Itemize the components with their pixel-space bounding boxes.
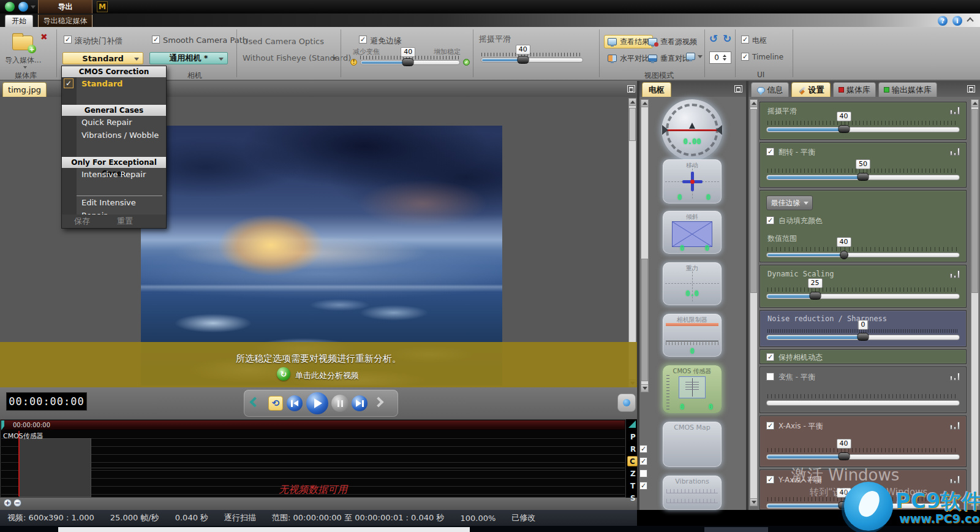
pan-smooth-slider[interactable]: 40: [766, 127, 960, 132]
taskbar-search-box[interactable]: [58, 527, 470, 532]
camera-type-dropdown[interactable]: 通用相机 *: [149, 52, 228, 64]
tab-info[interactable]: 信息: [751, 82, 789, 97]
scroll-down-icon[interactable]: [750, 498, 758, 506]
tilt-widget[interactable]: 倾斜 0 0: [663, 211, 722, 254]
best-border-dropdown[interactable]: 最佳边缘: [766, 196, 813, 210]
info-icon[interactable]: i: [952, 16, 962, 26]
timeline-tracks[interactable]: CMOS传感器 无视频数据可用: [1, 431, 625, 496]
menu-item-quick-repair[interactable]: Quick Repair: [62, 116, 166, 129]
track-letter-s[interactable]: S: [630, 494, 636, 503]
analyze-link[interactable]: 单击此处分析视频: [295, 370, 359, 381]
x-axis-slider[interactable]: 40: [766, 454, 960, 460]
vertical-compare-button[interactable]: 垂直对比: [648, 51, 690, 65]
armature-checkbox[interactable]: [741, 36, 749, 44]
track-letter-z[interactable]: Z: [630, 469, 636, 478]
timeline-ruler[interactable]: 00:00:00:00: [4, 420, 625, 430]
vibrations-widget[interactable]: Vibrations: [663, 476, 722, 510]
chart-icon[interactable]: [950, 106, 960, 115]
menu-item-edit-intensive[interactable]: Edit Intensive Repair...: [62, 196, 166, 209]
tab-home[interactable]: 开始: [5, 15, 33, 27]
border-slider-handle[interactable]: [402, 58, 414, 66]
keep-motion-checkbox[interactable]: [766, 353, 774, 361]
timeline[interactable]: 00:00:00:00 CMOS传感器 无视频数据可用: [0, 419, 626, 498]
import-media-icon[interactable]: +: [12, 36, 33, 50]
scroll-up-icon[interactable]: [750, 99, 758, 107]
spinner-arrows[interactable]: [723, 55, 726, 61]
rotation-gauge-widget[interactable]: 0.00: [662, 99, 723, 161]
cmos-sensor-widget[interactable]: CMOS 传感器 0 0: [663, 365, 722, 413]
viewer-scrollbar-thumb[interactable]: [629, 108, 636, 141]
analyze-icon[interactable]: ↻: [277, 367, 290, 381]
zoom-in-icon[interactable]: +: [4, 499, 12, 507]
flip-balance-slider[interactable]: 50: [766, 175, 960, 180]
import-media-label[interactable]: 导入媒体...: [5, 55, 41, 66]
menu-reset-button[interactable]: 重置: [117, 216, 133, 227]
slider-handle[interactable]: [858, 333, 869, 341]
track-z-checkbox[interactable]: [639, 469, 647, 477]
chevron-down-icon[interactable]: [332, 57, 337, 60]
camera-limiter-widget[interactable]: 相机限制器 0: [663, 314, 722, 357]
gravity-widget[interactable]: 重力 0.0: [663, 262, 722, 305]
spin-up-icon[interactable]: [723, 55, 726, 57]
import-media-chevron-icon[interactable]: [23, 66, 27, 69]
file-tab[interactable]: timg.jpg: [2, 82, 47, 97]
smooth-path-checkbox[interactable]: [152, 36, 160, 44]
taskbar-item[interactable]: [704, 527, 768, 532]
tab-settings[interactable]: 设置: [791, 82, 831, 97]
track-letter-r[interactable]: R: [630, 445, 636, 454]
zoom-balance-slider[interactable]: [766, 400, 960, 406]
rolling-shutter-dropdown[interactable]: Standard: [62, 52, 143, 64]
x-axis-checkbox[interactable]: [766, 422, 774, 430]
menu-item-intensive-repair[interactable]: Intensive Repair: [62, 168, 166, 181]
move-widget[interactable]: 移动 0 0: [663, 159, 722, 203]
track-letter-t[interactable]: T: [630, 482, 635, 490]
tab-output-library[interactable]: 输出媒体库: [878, 82, 937, 97]
slider-handle[interactable]: [809, 292, 821, 300]
zoom-out-icon[interactable]: −: [13, 499, 21, 507]
app-icon-blue[interactable]: [18, 2, 28, 12]
value-range-slider[interactable]: 40: [766, 253, 960, 257]
track-letter-c-selected[interactable]: C: [627, 456, 638, 466]
auto-fill-checkbox[interactable]: [766, 216, 774, 224]
menu-item-vibrations[interactable]: Vibrations / Wobble: [62, 129, 166, 142]
chart-icon[interactable]: [950, 270, 960, 278]
slider-handle[interactable]: [838, 125, 850, 133]
rolling-shutter-checkbox[interactable]: [64, 36, 72, 44]
menu-item-standard[interactable]: ✓ Standard: [62, 77, 166, 90]
undo-icon[interactable]: ↺: [709, 34, 718, 44]
slider-handle[interactable]: [838, 452, 850, 460]
y-axis-checkbox[interactable]: [766, 476, 774, 484]
scroll-down-icon[interactable]: [641, 384, 649, 392]
armature-tab[interactable]: 电枢: [642, 82, 671, 97]
timeline-checkbox[interactable]: [741, 53, 749, 61]
remove-media-icon[interactable]: ✖: [40, 32, 48, 42]
help-icon[interactable]: ?: [938, 16, 948, 26]
chart-icon[interactable]: [950, 421, 960, 430]
border-slider[interactable]: 40: [360, 60, 460, 65]
maximize-icon[interactable]: [967, 85, 975, 93]
redo-icon[interactable]: ↻: [723, 34, 731, 44]
chart-icon[interactable]: [950, 372, 960, 381]
track-c-checkbox[interactable]: [639, 457, 647, 465]
quick-access-chevron-icon[interactable]: [31, 6, 36, 9]
track-letter-p[interactable]: P: [630, 433, 636, 441]
tab-media-library[interactable]: 媒体库: [833, 82, 876, 97]
pan-slider-handle[interactable]: [517, 56, 529, 64]
settings-left-thumb[interactable]: [750, 109, 757, 293]
noise-slider[interactable]: 0: [766, 335, 960, 340]
menu-save-button[interactable]: 保存: [74, 216, 90, 227]
pan-slider[interactable]: 40: [481, 58, 583, 63]
spin-down-icon[interactable]: [723, 58, 726, 61]
tab-export-media[interactable]: 导出稳定媒体: [38, 15, 92, 27]
record-button[interactable]: [617, 393, 636, 412]
maximize-icon[interactable]: [627, 85, 635, 93]
chart-icon[interactable]: [950, 475, 960, 484]
frame-spinner[interactable]: 0: [709, 51, 731, 64]
maximize-icon[interactable]: [734, 85, 742, 93]
pause-button[interactable]: [331, 395, 349, 412]
timeline-zoom-icon[interactable]: [628, 420, 636, 428]
scroll-up-icon[interactable]: [628, 98, 636, 106]
dynamic-scaling-slider[interactable]: 25: [766, 294, 960, 299]
track-t-checkbox[interactable]: [639, 482, 647, 490]
chart-icon[interactable]: [950, 147, 960, 156]
